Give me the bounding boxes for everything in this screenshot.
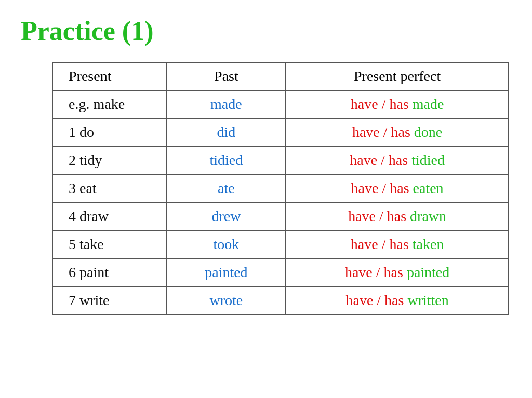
perfect-participle: done <box>414 124 442 140</box>
present-text: 6 paint <box>69 264 109 280</box>
have-has-text: have / has <box>345 264 407 280</box>
cell-perfect: have / has drawn <box>286 202 509 230</box>
cell-perfect: have / has done <box>286 118 509 146</box>
have-has-text: have / has <box>352 124 414 140</box>
perfect-participle: written <box>407 292 448 308</box>
perfect-participle: painted <box>407 264 449 280</box>
past-word: ate <box>218 180 235 196</box>
table-row: 3 eatatehave / has eaten <box>52 174 509 202</box>
table-row: e.g. makemadehave / has made <box>52 90 509 118</box>
cell-perfect: have / has made <box>286 90 509 118</box>
have-has-text: have / has <box>351 180 413 196</box>
cell-past: ate <box>167 174 286 202</box>
past-word: wrote <box>210 292 243 308</box>
table-row: 4 drawdrewhave / has drawn <box>52 202 509 230</box>
cell-present: 1 do <box>52 118 167 146</box>
table-row: 7 writewrotehave / has written <box>52 286 509 314</box>
table-row: 1 dodidhave / has done <box>52 118 509 146</box>
present-text: 1 do <box>69 124 94 140</box>
cell-present: 6 paint <box>52 258 167 286</box>
cell-perfect: have / has written <box>286 286 509 314</box>
perfect-participle: tidied <box>411 152 445 168</box>
perfect-participle: drawn <box>410 208 446 224</box>
cell-present: 3 eat <box>52 174 167 202</box>
cell-present: 5 take <box>52 230 167 258</box>
perfect-participle: eaten <box>413 180 444 196</box>
cell-past: painted <box>167 258 286 286</box>
past-word: made <box>210 96 242 112</box>
past-word: tidied <box>210 152 243 168</box>
present-text: 2 tidy <box>69 152 102 168</box>
past-word: did <box>217 124 236 140</box>
cell-perfect: have / has taken <box>286 230 509 258</box>
cell-past: drew <box>167 202 286 230</box>
cell-perfect: have / has eaten <box>286 174 509 202</box>
header-present: Present <box>52 62 167 90</box>
present-text: e.g. make <box>69 96 125 112</box>
header-perfect: Present perfect <box>286 62 509 90</box>
have-has-text: have / has <box>350 152 411 168</box>
have-has-text: have / has <box>351 236 413 252</box>
table-row: 6 paintpaintedhave / has painted <box>52 258 509 286</box>
past-word: took <box>214 236 240 252</box>
header-past: Past <box>167 62 286 90</box>
cell-perfect: have / has tidied <box>286 146 509 174</box>
cell-perfect: have / has painted <box>286 258 509 286</box>
cell-past: tidied <box>167 146 286 174</box>
cell-past: wrote <box>167 286 286 314</box>
present-text: 4 draw <box>69 208 109 224</box>
cell-present: 7 write <box>52 286 167 314</box>
present-text: 3 eat <box>69 180 97 196</box>
table-header-row: Present Past Present perfect <box>52 62 509 90</box>
page-title: Practice (1) <box>21 16 511 46</box>
have-has-text: have / has <box>348 208 410 224</box>
main-table-wrapper: Present Past Present perfect e.g. makema… <box>52 62 511 315</box>
table-row: 2 tidytidiedhave / has tidied <box>52 146 509 174</box>
cell-past: made <box>167 90 286 118</box>
past-word: painted <box>205 264 247 280</box>
present-text: 5 take <box>69 236 104 252</box>
cell-past: took <box>167 230 286 258</box>
perfect-participle: taken <box>413 236 444 252</box>
cell-past: did <box>167 118 286 146</box>
have-has-text: have / has <box>345 292 407 308</box>
table-row: 5 taketookhave / has taken <box>52 230 509 258</box>
present-text: 7 write <box>69 292 110 308</box>
have-has-text: have / has <box>351 96 413 112</box>
cell-present: 4 draw <box>52 202 167 230</box>
cell-present: e.g. make <box>52 90 167 118</box>
cell-present: 2 tidy <box>52 146 167 174</box>
conjugation-table: Present Past Present perfect e.g. makema… <box>52 62 509 315</box>
perfect-participle: made <box>413 96 444 112</box>
past-word: drew <box>211 208 241 224</box>
